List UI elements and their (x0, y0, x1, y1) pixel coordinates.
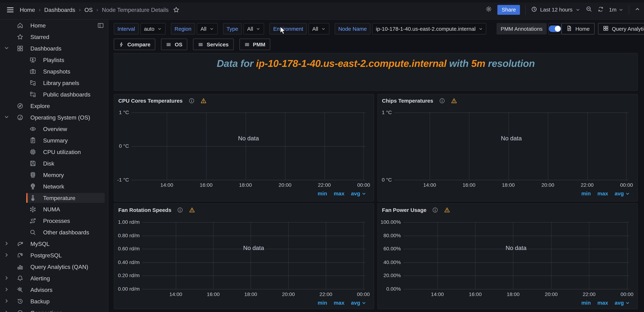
sidebar-item-home[interactable]: Home (0, 20, 108, 31)
sidebar-item-backup[interactable]: Backup (0, 296, 108, 307)
legend-calc-min[interactable]: min (318, 190, 327, 196)
warning-icon[interactable] (451, 98, 457, 104)
chevron-down-icon[interactable] (4, 45, 10, 52)
sidebar-item-alerting[interactable]: Alerting (0, 273, 108, 284)
x-axis-tick-label: 22:00 (583, 291, 596, 298)
chevron-right-icon[interactable] (4, 310, 10, 312)
chevron-right-icon[interactable] (4, 252, 10, 259)
legend-calc-max[interactable]: max (598, 300, 608, 306)
legend-calc-avg[interactable]: avg (615, 300, 630, 306)
variable-value-dropdown-type[interactable]: All (244, 23, 264, 34)
sidebar-item-numa[interactable]: NUMA (0, 204, 108, 215)
legend-calc-avg[interactable]: avg (351, 190, 366, 196)
info-icon[interactable] (188, 98, 194, 104)
y-axis-tick-label: -1 °C (117, 176, 129, 183)
sidebar-item-operating-system-os[interactable]: Operating System (OS) (0, 112, 108, 123)
warning-icon[interactable] (444, 207, 450, 213)
sidebar-item-explore[interactable]: Explore (0, 100, 108, 112)
gridline-vertical (626, 112, 627, 180)
variable-label-type: Type (223, 23, 242, 34)
x-axis-tick-label: 18:00 (244, 291, 257, 298)
sidebar-item-mysql[interactable]: MySQL (0, 238, 108, 250)
sidebar-item-snapshots[interactable]: Snapshots (0, 66, 108, 77)
sidebar-item-dashboards[interactable]: Dashboards (0, 43, 108, 54)
chevron-right-icon[interactable] (4, 287, 10, 293)
sidebar-item-temperature[interactable]: Temperature (0, 192, 108, 204)
sidebar-item-other-dashboards[interactable]: Other dashboards (0, 227, 108, 238)
legend-calc-min[interactable]: min (581, 300, 591, 306)
sidebar-item-memory[interactable]: Memory (0, 169, 108, 180)
breadcrumb-item-os[interactable]: OS (84, 6, 93, 13)
variable-value-dropdown-interval[interactable]: auto (140, 23, 166, 34)
dashboard-settings-button[interactable] (486, 6, 492, 14)
info-icon[interactable] (177, 207, 183, 213)
x-axis-tick-label: 16:00 (207, 291, 220, 298)
variable-value-dropdown-node-name[interactable]: ip-10-178-1-40.us-east-2.compute.interna… (372, 23, 486, 34)
chevron-down-icon[interactable] (4, 114, 10, 121)
sidebar-item-network[interactable]: Network (0, 180, 108, 192)
query-analytics-link-button[interactable]: Query Analytics (598, 23, 644, 34)
refresh-interval-picker[interactable]: 1m (609, 7, 624, 13)
variable-value-dropdown-environment[interactable]: All (308, 23, 329, 34)
legend-calc-max[interactable]: max (334, 190, 344, 196)
panel-header[interactable]: Fan Rotation Speeds (114, 204, 374, 216)
breadcrumb-item-dashboards[interactable]: Dashboards (44, 6, 75, 13)
sidebar-item-advisors[interactable]: Advisors (0, 284, 108, 296)
menu-icon[interactable] (7, 7, 14, 12)
home-link-button[interactable]: Home (562, 23, 594, 34)
pmm-quick-link-button[interactable]: PMM (239, 39, 270, 50)
star-icon[interactable] (173, 6, 180, 13)
chevron-right-icon[interactable] (4, 241, 10, 247)
sidebar-item-postgresql[interactable]: PostgreSQL (0, 250, 108, 261)
chevron-right-icon[interactable] (4, 275, 10, 282)
legend-calc-max[interactable]: max (598, 190, 608, 196)
sidebar-item-cpu-utilization[interactable]: CPU utilization (0, 146, 108, 158)
panel-header[interactable]: CPU Cores Temperatures (114, 94, 374, 107)
search-icon (30, 229, 36, 236)
panel-header[interactable]: Chips Temperatures (378, 94, 638, 107)
sidebar-item-disk[interactable]: Disk (0, 158, 108, 169)
collapse-topbar-button[interactable] (634, 6, 640, 13)
pmm-annotations-toggle[interactable] (548, 23, 562, 34)
x-axis-tick-label: 00:00 (357, 291, 370, 298)
legend-calc-min[interactable]: min (581, 190, 591, 196)
sidebar-item-overview[interactable]: Overview (0, 123, 108, 134)
breadcrumb-item-home[interactable]: Home (20, 6, 35, 13)
y-axis-tick-label: 1 °C (117, 109, 129, 116)
time-range-picker[interactable]: Last 12 hours (531, 6, 580, 13)
legend-calc-avg[interactable]: avg (615, 190, 630, 196)
info-icon[interactable] (432, 207, 438, 213)
info-icon[interactable] (439, 98, 445, 104)
sidebar-item-processes[interactable]: Processes (0, 215, 108, 227)
chevron-right-icon[interactable] (4, 298, 10, 305)
clock-icon (531, 6, 537, 13)
no-data-message: No data (238, 135, 259, 142)
os-quick-link-button[interactable]: OS (161, 39, 187, 50)
panel-header[interactable]: Fan Power Usage (378, 204, 638, 216)
x-axis-tick-label: 18:00 (507, 291, 520, 298)
gridline-vertical (363, 222, 364, 289)
legend-calc-min[interactable]: min (318, 300, 327, 306)
share-button[interactable]: Share (498, 5, 520, 14)
x-axis-tick-label: 00:00 (357, 182, 370, 188)
legend-calc-max[interactable]: max (334, 300, 344, 306)
sidebar-item-playlists[interactable]: Playlists (0, 54, 108, 66)
chevron-down-icon (361, 300, 366, 305)
breadcrumb-separator: › (39, 7, 41, 13)
refresh-button[interactable] (598, 6, 604, 13)
zoom-out-button[interactable] (586, 6, 592, 14)
sidebar-item-library-panels[interactable]: Library panels (0, 77, 108, 88)
sidebar-item-summary[interactable]: Summary (0, 134, 108, 146)
compare-quick-link-button[interactable]: Compare (114, 39, 156, 50)
sidebar-item-public-dashboards[interactable]: Public dashboards (0, 88, 108, 100)
services-quick-link-button[interactable]: Services (193, 39, 234, 50)
variable-value-dropdown-region[interactable]: All (197, 23, 218, 34)
panel-toggle-icon[interactable] (97, 22, 104, 29)
warning-icon[interactable] (189, 207, 195, 213)
warning-icon[interactable] (200, 98, 206, 104)
sidebar-item-connections[interactable]: Connections (0, 307, 108, 312)
sidebar-item-starred[interactable]: Starred (0, 31, 108, 43)
sidebar-item-query-analytics-qan[interactable]: Query Analytics (QAN) (0, 261, 108, 273)
panel-title: Chips Temperatures (382, 98, 433, 104)
legend-calc-avg[interactable]: avg (351, 300, 366, 306)
